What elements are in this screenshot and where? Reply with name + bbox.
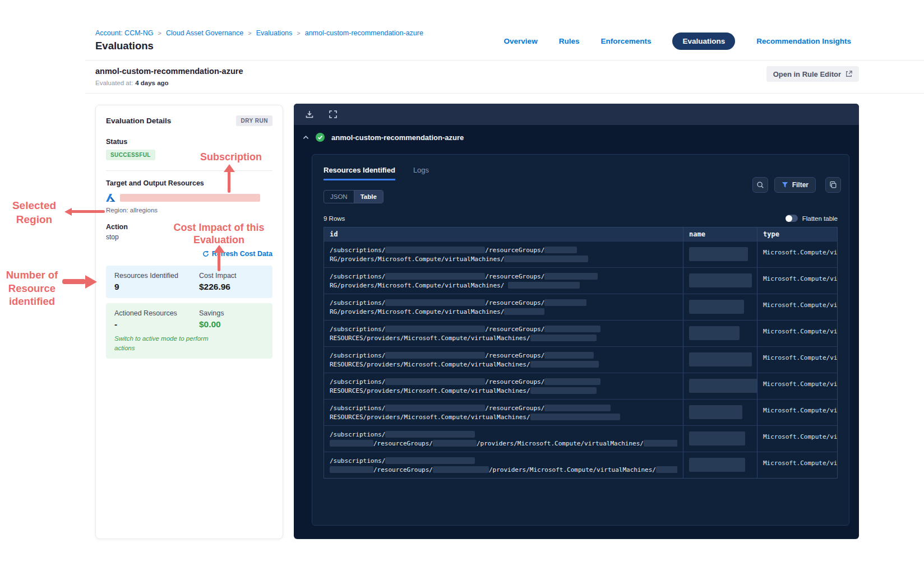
download-icon[interactable] (305, 110, 314, 119)
redacted-text (385, 299, 485, 306)
actioned-resources-label: Actioned Resources (114, 309, 199, 317)
redacted-text (385, 273, 485, 280)
cell-resource-name (683, 347, 757, 373)
cell-resource-id: /subscriptions//resourceGroups//provider… (324, 452, 683, 478)
copy-icon[interactable] (825, 177, 841, 193)
redacted-text (385, 405, 485, 411)
redacted-text (544, 352, 594, 359)
redacted-name (689, 405, 742, 419)
cell-resource-name (683, 242, 757, 267)
cell-resource-type: Microsoft.Compute/virtu (757, 452, 837, 478)
annotation-subscription-arrow-line (228, 171, 230, 193)
annotation-selected-region-arrow-line (71, 210, 105, 213)
resource-id-line: RESOURCES/providers/Microsoft.Compute/vi… (330, 360, 677, 369)
table-row: /subscriptions//resourceGroups/RG/provid… (324, 294, 837, 320)
redacted-text (433, 466, 489, 473)
cell-resource-id: /subscriptions//resourceGroups/RESOURCES… (324, 321, 683, 346)
azure-icon (106, 193, 116, 202)
redacted-text (544, 273, 598, 280)
column-header-id: id (324, 227, 683, 241)
redacted-name (689, 379, 757, 393)
cell-resource-name (683, 373, 757, 399)
redacted-name (689, 273, 752, 287)
details-card-title: Evaluation Details (106, 117, 171, 125)
redacted-text (385, 457, 475, 464)
redacted-text (656, 466, 677, 473)
annotation-cost-impact-arrow-line (218, 252, 220, 271)
refresh-cost-data-link[interactable]: Refresh Cost Data (202, 250, 272, 258)
flatten-table-label: Flatten table (802, 215, 838, 222)
redacted-text (530, 414, 620, 420)
evaluation-subheader: anmol-custom-recommendation-azure Evalua… (85, 61, 924, 94)
subscription-redacted-bar (120, 194, 260, 202)
column-header-name: name (683, 227, 757, 241)
view-toggle-json[interactable]: JSON (324, 191, 354, 203)
redacted-text (385, 326, 485, 332)
success-check-icon (316, 133, 325, 142)
cell-resource-name (683, 452, 757, 478)
search-button[interactable] (752, 177, 768, 193)
page-canvas: Account: CCM-NG>Cloud Asset Governance>E… (0, 0, 924, 585)
cell-resource-id: /subscriptions//resourceGroups/RG/provid… (324, 242, 683, 267)
results-panel: anmol-custom-recommendation-azure Resour… (294, 104, 859, 539)
evaluated-at-label: Evaluated at: (95, 80, 133, 86)
table-row: /subscriptions//resourceGroups//provider… (324, 452, 837, 478)
redacted-text (504, 308, 544, 315)
cell-resource-name (683, 294, 757, 320)
fullscreen-icon[interactable] (329, 110, 338, 119)
annotation-selected-region: Selected Region (3, 198, 65, 226)
rows-count: 9 Rows (324, 215, 345, 222)
breadcrumb-item-account-ccm-ng[interactable]: Account: CCM-NG (95, 29, 154, 37)
evaluation-result-header[interactable]: anmol-custom-recommendation-azure (294, 125, 859, 150)
savings-label: Savings (199, 309, 264, 317)
view-toggle-table[interactable]: Table (354, 191, 383, 203)
resource-id-line: /subscriptions//resourceGroups/ (330, 324, 677, 333)
resource-id-line: /resourceGroups//providers/Microsoft.Com… (330, 465, 677, 474)
cell-resource-type: Microsoft.Compute/virtu (757, 347, 837, 373)
collapse-chevron-icon[interactable] (303, 135, 309, 140)
cell-resource-type: Microsoft.Compute/virtu (757, 426, 837, 452)
cell-resource-name (683, 268, 757, 294)
resource-id-line: /subscriptions/ (330, 430, 677, 439)
redacted-text (504, 256, 588, 262)
resource-id-line: /subscriptions//resourceGroups/ (330, 272, 677, 281)
redacted-text (530, 387, 597, 394)
table-row: /subscriptions//resourceGroups/RG/provid… (324, 241, 837, 267)
redacted-text (385, 247, 485, 253)
status-badge: SUCCESSFUL (106, 150, 155, 160)
nav-tab-enforcements[interactable]: Enforcements (600, 37, 651, 45)
annotation-subscription: Subscription (197, 151, 265, 163)
refresh-icon (202, 250, 209, 257)
breadcrumb-item-evaluations[interactable]: Evaluations (256, 29, 293, 37)
toggle-knob-icon (786, 215, 798, 222)
nav-tab-overview[interactable]: Overview (504, 37, 538, 45)
redacted-text (544, 299, 586, 306)
redacted-name (689, 431, 745, 445)
nav-tab-evaluations[interactable]: Evaluations (672, 32, 735, 50)
tab-logs[interactable]: Logs (413, 166, 429, 180)
nav-tab-recommendation-insights[interactable]: Recommendation Insights (756, 37, 851, 45)
resource-id-line: /subscriptions//resourceGroups/ (330, 403, 677, 412)
breadcrumb-item-anmol-custom-recommendation-azure[interactable]: anmol-custom-recommendation-azure (305, 29, 423, 37)
evaluation-details-card: Evaluation Details DRY RUN Status SUCCES… (95, 105, 283, 539)
evaluated-at: Evaluated at:4 days ago (95, 80, 169, 86)
filter-label: Filter (792, 181, 808, 189)
column-header-type: type (757, 227, 837, 241)
open-rule-editor-label: Open in Rule Editor (773, 70, 841, 78)
redacted-text (508, 282, 580, 289)
resource-id-line: /subscriptions//resourceGroups/ (330, 377, 677, 386)
region-text: Region: allregions (106, 207, 272, 213)
flatten-table-toggle[interactable]: Flatten table (786, 215, 838, 222)
nav-tab-rules[interactable]: Rules (559, 37, 580, 45)
cell-resource-name (683, 400, 757, 425)
breadcrumb-item-cloud-asset-governance[interactable]: Cloud Asset Governance (166, 29, 243, 37)
tab-resources-identified[interactable]: Resources Identified (324, 166, 395, 180)
redacted-name (689, 247, 748, 261)
redacted-name (689, 458, 745, 472)
filter-button[interactable]: Filter (774, 177, 816, 193)
annotation-cost-impact: Cost Impact of this Evaluation (173, 221, 265, 246)
dry-run-badge: DRY RUN (236, 115, 272, 126)
open-rule-editor-button[interactable]: Open in Rule Editor (766, 66, 859, 82)
resource-id-line: /subscriptions//resourceGroups/ (330, 351, 677, 360)
redacted-text (385, 431, 475, 438)
